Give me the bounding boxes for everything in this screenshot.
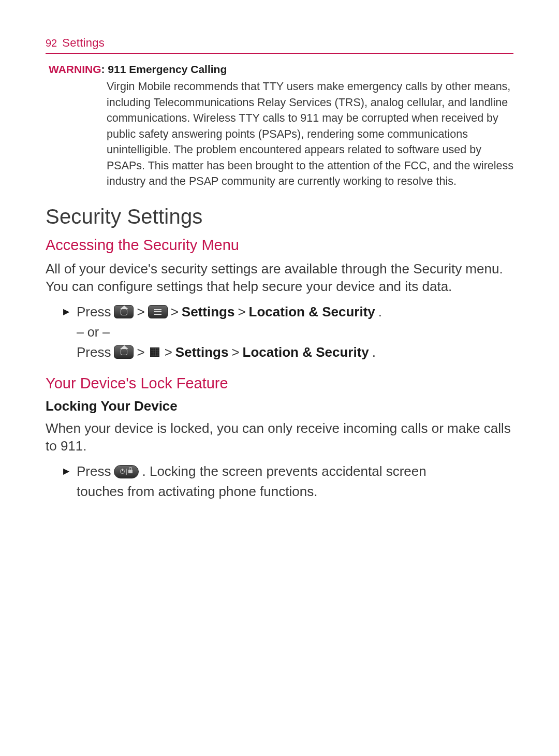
location-security-label: Location & Security: [243, 342, 369, 362]
page-number: 92: [46, 37, 57, 49]
step-line-2: ▶ Press . Locking the screen prevents ac…: [63, 461, 513, 482]
section2-body: When your device is locked, you can only…: [46, 419, 513, 455]
period: .: [378, 301, 382, 322]
page-section-title: Settings: [62, 36, 105, 50]
home-button-icon: [114, 345, 134, 359]
warning-block: WARNING: 911 Emergency Calling Virgin Mo…: [49, 63, 513, 190]
bullet-icon: ▶: [63, 306, 69, 318]
breadcrumb-separator: >: [165, 342, 172, 362]
step-block-2: ▶ Press . Locking the screen prevents ac…: [63, 461, 513, 501]
heading-accessing-security-menu: Accessing the Security Menu: [46, 237, 513, 254]
step-line-1a: ▶ Press > > Settings > Location & Securi…: [63, 301, 513, 322]
press-label: Press: [77, 461, 111, 482]
settings-label: Settings: [182, 301, 235, 322]
warning-title: 911 Emergency Calling: [108, 63, 227, 75]
heading-security-settings: Security Settings: [46, 205, 513, 228]
step-block-1: ▶ Press > > Settings > Location & Securi…: [63, 301, 513, 362]
heading-lock-feature: Your Device's Lock Feature: [46, 375, 513, 392]
press-label: Press: [77, 301, 111, 322]
subheading-locking-device: Locking Your Device: [46, 398, 513, 414]
step-line-1b: Press > > Settings > Location & Security…: [77, 342, 513, 362]
section1-body: All of your device's security settings a…: [46, 260, 513, 296]
warning-title-colon: :: [101, 63, 108, 75]
location-security-label: Location & Security: [249, 301, 375, 322]
settings-label: Settings: [175, 342, 229, 362]
breadcrumb-separator: >: [171, 301, 179, 322]
home-button-icon: [114, 305, 134, 318]
step2-continuation: touches from activating phone functions.: [77, 482, 513, 502]
bullet-icon: ▶: [63, 465, 69, 478]
period: .: [372, 342, 376, 362]
step2-tail: . Locking the screen prevents accidental…: [142, 461, 426, 482]
apps-grid-icon: [148, 345, 161, 359]
page-header: 92 Settings: [46, 36, 513, 54]
warning-body: Virgin Mobile recommends that TTY users …: [107, 79, 513, 190]
press-label: Press: [77, 342, 111, 362]
breadcrumb-separator: >: [231, 342, 239, 362]
menu-button-icon: [148, 305, 168, 318]
warning-label: WARNING: [49, 63, 101, 75]
breadcrumb-separator: >: [238, 301, 245, 322]
breadcrumb-separator: >: [137, 342, 144, 362]
warning-header: WARNING: 911 Emergency Calling: [49, 63, 513, 76]
or-separator: – or –: [77, 325, 513, 340]
power-lock-button-icon: [114, 465, 139, 478]
breadcrumb-separator: >: [137, 301, 144, 322]
